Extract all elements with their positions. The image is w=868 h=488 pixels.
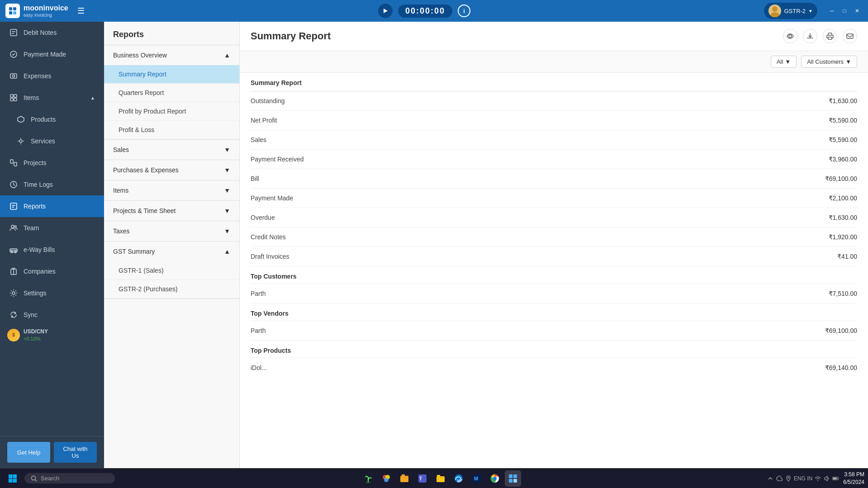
- section-header-items[interactable]: Items ▼: [104, 180, 239, 200]
- svg-rect-57: [509, 474, 512, 478]
- taskbar-app-files[interactable]: [396, 470, 413, 487]
- section-header-label: GST Summary: [113, 248, 155, 255]
- sidebar-item-projects[interactable]: Projects: [0, 152, 104, 174]
- section-header-taxes[interactable]: Taxes ▼: [104, 221, 239, 241]
- row-value: ₹5,590.00: [829, 117, 858, 124]
- section-header-label: Purchases & Expenses: [113, 166, 179, 174]
- svg-point-25: [14, 226, 16, 227]
- sidebar-label: Sync: [24, 311, 38, 318]
- windows-start-button[interactable]: [4, 471, 22, 486]
- sidebar-item-sync[interactable]: Sync: [0, 304, 104, 326]
- row-value: ₹69,100.00: [825, 327, 857, 334]
- section-header-gst-summary[interactable]: GST Summary ▲: [104, 242, 239, 261]
- taskbar-app-taskbar6[interactable]: M: [469, 470, 485, 487]
- filter-row: All ▼ All Customers ▼: [240, 51, 868, 73]
- main-header: Summary Report: [240, 22, 868, 51]
- title-bar-center: 00:00:00 i: [85, 4, 764, 18]
- svg-rect-58: [513, 474, 517, 478]
- taskbar-app-plant[interactable]: [360, 470, 376, 487]
- period-filter[interactable]: All ▼: [771, 56, 797, 68]
- row-label: Net Profit: [251, 117, 277, 124]
- sidebar-label: Team: [24, 224, 39, 232]
- report-item-gstr1[interactable]: GSTR-1 (Sales): [104, 261, 239, 280]
- customer-filter[interactable]: All Customers ▼: [801, 56, 857, 68]
- table-row: Draft Invoices ₹41.00: [251, 247, 857, 266]
- sidebar-item-products[interactable]: Products: [0, 109, 104, 130]
- taskbar-app-folder[interactable]: [432, 470, 449, 487]
- row-label: Parth: [251, 327, 266, 334]
- section-expand-icon: ▼: [224, 187, 230, 194]
- report-item-profit-product[interactable]: Profit by Product Report: [104, 102, 239, 121]
- currency-pair: USD/CNY: [24, 328, 48, 336]
- sidebar-item-time-logs[interactable]: Time Logs: [0, 174, 104, 195]
- currency-text: USD/CNY +0.10%: [24, 328, 48, 342]
- svg-rect-19: [14, 162, 17, 166]
- report-item-profit-loss[interactable]: Profit & Loss: [104, 121, 239, 139]
- user-button[interactable]: GSTR-2 ▼: [764, 3, 817, 19]
- minimize-button[interactable]: ─: [826, 5, 837, 16]
- sidebar-item-companies[interactable]: Companies: [0, 261, 104, 282]
- taskbar-app-edge[interactable]: [451, 470, 467, 487]
- section-collapse-icon: ▲: [224, 248, 230, 255]
- main-title: Summary Report: [251, 30, 331, 42]
- svg-point-61: [787, 477, 789, 478]
- table-row: Parth ₹69,100.00: [251, 321, 857, 341]
- report-item-quarters-report[interactable]: Quarters Report: [104, 84, 239, 102]
- report-section-taxes: Taxes ▼: [104, 221, 239, 242]
- info-button[interactable]: i: [458, 5, 470, 17]
- row-value: ₹41.00: [837, 253, 857, 260]
- section-header-projects-timesheet[interactable]: Projects & Time Sheet ▼: [104, 201, 239, 221]
- svg-point-5: [772, 6, 778, 12]
- sidebar-item-payment-made[interactable]: Payment Made: [0, 43, 104, 65]
- taskbar-search-bar[interactable]: Search: [24, 473, 115, 483]
- sidebar-item-items[interactable]: Items ▲: [0, 87, 104, 109]
- taskbar-app-teams[interactable]: T: [414, 470, 431, 487]
- row-value: ₹69,100.00: [825, 175, 857, 182]
- sidebar-item-expenses[interactable]: Expenses: [0, 65, 104, 87]
- taskbar-app-chrome[interactable]: [487, 470, 503, 487]
- maximize-button[interactable]: □: [839, 5, 850, 16]
- section-header-sales[interactable]: Sales ▼: [104, 140, 239, 160]
- close-button[interactable]: ✕: [852, 5, 863, 16]
- report-section-purchases: Purchases & Expenses ▼: [104, 160, 239, 180]
- sidebar-item-eway-bills[interactable]: e-Way Bills: [0, 239, 104, 261]
- svg-rect-60: [513, 479, 517, 483]
- svg-rect-63: [833, 478, 837, 479]
- team-icon: [9, 223, 18, 232]
- taskbar-app-colorful[interactable]: [378, 470, 394, 487]
- chat-button[interactable]: Chat with Us: [54, 442, 97, 463]
- svg-rect-38: [9, 479, 13, 483]
- currency-badge: $ USD/CNY +0.10%: [0, 326, 104, 345]
- report-item-summary-report[interactable]: Summary Report: [104, 65, 239, 84]
- reports-panel: Reports Business Overview ▲ Summary Repo…: [104, 22, 240, 468]
- section-header-business-overview[interactable]: Business Overview ▲: [104, 45, 239, 65]
- get-help-button[interactable]: Get Help: [7, 442, 50, 463]
- table-row: Outstanding ₹1,630.00: [251, 91, 857, 111]
- taskbar-app-mooninvoice[interactable]: [505, 470, 521, 487]
- section-header-purchases[interactable]: Purchases & Expenses ▼: [104, 160, 239, 180]
- sidebar-item-team[interactable]: Team: [0, 217, 104, 239]
- time-logs-icon: [9, 180, 18, 189]
- print-button[interactable]: [823, 29, 837, 43]
- row-value: ₹7,510.00: [829, 290, 858, 297]
- sidebar-item-settings[interactable]: Settings: [0, 282, 104, 304]
- main-header-actions: [783, 29, 857, 43]
- svg-rect-11: [10, 74, 17, 78]
- sidebar-item-services[interactable]: Services: [0, 130, 104, 152]
- report-item-gstr2[interactable]: GSTR-2 (Purchases): [104, 280, 239, 298]
- view-button[interactable]: [783, 29, 797, 43]
- taskbar-search-text: Search: [41, 475, 59, 482]
- sidebar-item-debit-notes[interactable]: Debit Notes: [0, 22, 104, 43]
- svg-rect-50: [436, 476, 445, 482]
- sidebar-item-reports[interactable]: Reports: [0, 195, 104, 217]
- cloud-icon: [776, 475, 783, 482]
- user-avatar: [768, 5, 781, 17]
- download-button[interactable]: [803, 29, 817, 43]
- svg-rect-14: [14, 95, 17, 97]
- reports-panel-header: Reports: [104, 22, 239, 45]
- play-button[interactable]: [378, 4, 393, 18]
- row-label: Credit Notes: [251, 233, 286, 241]
- hamburger-menu[interactable]: ☰: [77, 6, 85, 16]
- email-button[interactable]: [843, 29, 857, 43]
- svg-rect-13: [10, 95, 13, 97]
